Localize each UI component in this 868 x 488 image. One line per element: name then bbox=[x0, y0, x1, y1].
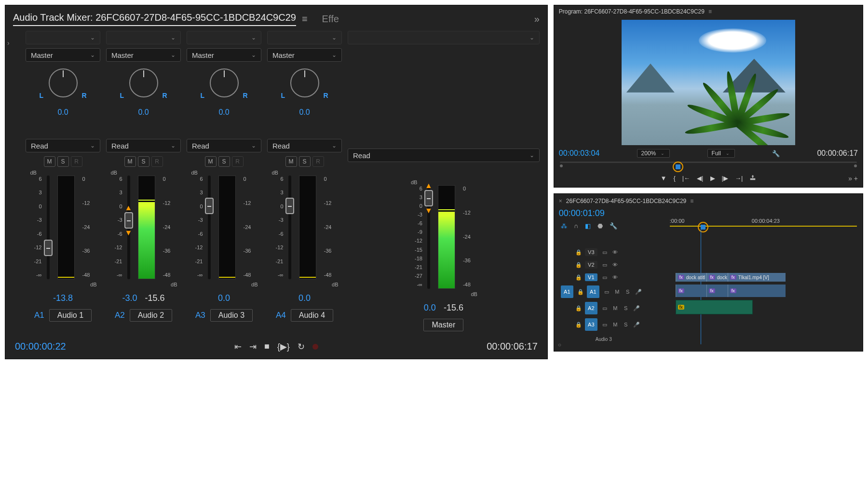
program-playhead[interactable] bbox=[673, 162, 680, 169]
fader-handle[interactable] bbox=[285, 198, 294, 214]
track-header-a1[interactable]: A1 bbox=[587, 285, 599, 298]
solo-toggle[interactable]: S bbox=[57, 156, 69, 167]
track-name-input[interactable]: Audio 3 bbox=[210, 309, 253, 322]
pan-knob[interactable]: LR bbox=[207, 68, 241, 102]
track-header-a3[interactable]: A3 bbox=[585, 318, 597, 331]
toggle-output-icon[interactable]: ▭ bbox=[603, 289, 610, 295]
track-name-input[interactable]: Audio 1 bbox=[49, 309, 92, 322]
pan-value[interactable]: 0.0 bbox=[138, 108, 149, 117]
automation-mode-dropdown[interactable]: Read⌄ bbox=[187, 139, 261, 152]
mute-toggle[interactable]: M bbox=[124, 156, 136, 167]
mute-toggle[interactable]: M bbox=[205, 156, 217, 167]
panel-menu-icon[interactable]: ≡ bbox=[302, 14, 308, 25]
go-to-in-icon[interactable]: |← bbox=[682, 175, 690, 182]
toggle-output-icon[interactable]: ▭ bbox=[601, 249, 608, 256]
lock-icon[interactable]: 🔒 bbox=[577, 289, 583, 295]
source-patch-a1[interactable]: A1 bbox=[561, 285, 573, 298]
record-enable-toggle[interactable]: R bbox=[151, 156, 163, 167]
send-assign-dropdown[interactable]: ⌄ bbox=[348, 31, 540, 44]
track-name-input[interactable]: Master bbox=[423, 319, 463, 331]
lock-icon[interactable]: 🔒 bbox=[575, 274, 581, 281]
video-clip[interactable]: fxdock atitl bbox=[676, 273, 706, 282]
output-assign-dropdown[interactable]: Master⌄ bbox=[187, 48, 261, 62]
audio-clip[interactable]: fx bbox=[706, 285, 728, 297]
eye-icon[interactable]: 👁 bbox=[612, 274, 619, 280]
snap-icon[interactable]: ∩ bbox=[574, 222, 578, 230]
fader-handle[interactable] bbox=[205, 198, 214, 214]
lock-icon[interactable]: 🔒 bbox=[575, 305, 581, 312]
eye-icon[interactable]: 👁 bbox=[612, 249, 619, 255]
timecode-current[interactable]: 00:00:00:22 bbox=[15, 341, 66, 352]
fader-rail[interactable] bbox=[288, 176, 291, 279]
send-assign-dropdown[interactable]: ⌄ bbox=[187, 31, 261, 44]
mute-toggle[interactable]: M bbox=[44, 156, 55, 167]
automation-mode-dropdown[interactable]: Read⌄ bbox=[267, 139, 342, 152]
eye-icon[interactable]: 👁 bbox=[612, 262, 619, 268]
mute-toggle[interactable]: M bbox=[614, 289, 621, 295]
sequence-title[interactable]: 26FC6607-27D8-4F65-95CC-1BDCB24C9C29 bbox=[566, 198, 686, 204]
fader-value[interactable]: 0.0 bbox=[298, 293, 311, 303]
lift-icon[interactable] bbox=[749, 174, 756, 182]
program-title[interactable]: Program: 26FC6607-27D8-4F65-95CC-1BDCB24… bbox=[559, 8, 705, 15]
solo-toggle[interactable]: S bbox=[623, 322, 629, 327]
mute-toggle[interactable]: M bbox=[285, 156, 297, 167]
solo-toggle[interactable]: S bbox=[138, 156, 149, 167]
pan-value[interactable]: 0.0 bbox=[57, 108, 68, 117]
send-assign-dropdown[interactable]: ⌄ bbox=[26, 31, 100, 44]
output-assign-dropdown[interactable]: Master⌄ bbox=[267, 48, 342, 62]
play-in-out-icon[interactable]: {▶} bbox=[277, 341, 290, 352]
go-to-out-icon[interactable]: →| bbox=[735, 175, 743, 182]
output-assign-dropdown[interactable]: Master⌄ bbox=[106, 48, 181, 62]
voiceover-mic-icon[interactable]: 🎤 bbox=[633, 322, 640, 328]
fader-value[interactable]: 0.0 bbox=[218, 293, 230, 303]
fader-rail[interactable] bbox=[47, 176, 50, 279]
lock-icon[interactable]: 🔒 bbox=[575, 262, 581, 268]
fader-value[interactable]: -13.8 bbox=[53, 293, 73, 303]
program-timecode-duration[interactable]: 00:00:06:17 bbox=[817, 149, 858, 158]
track-header-v2[interactable]: V2 bbox=[585, 261, 597, 269]
audio-clip[interactable]: fx bbox=[728, 285, 786, 297]
track-header-a2[interactable]: A2 bbox=[585, 302, 597, 314]
toggle-output-icon[interactable]: ▭ bbox=[601, 262, 608, 268]
record-enable-toggle[interactable]: R bbox=[71, 156, 82, 167]
send-assign-dropdown[interactable]: ⌄ bbox=[106, 31, 181, 44]
automation-mode-dropdown[interactable]: Read⌄ bbox=[26, 139, 100, 152]
program-video[interactable] bbox=[622, 20, 795, 145]
record-enable-toggle[interactable]: R bbox=[312, 156, 324, 167]
voiceover-mic-icon[interactable]: 🎤 bbox=[635, 289, 642, 295]
fader-handle[interactable] bbox=[44, 240, 53, 256]
settings-wrench-icon[interactable]: 🔧 bbox=[772, 150, 780, 157]
play-icon[interactable]: ▶ bbox=[710, 175, 715, 182]
toggle-output-icon[interactable]: ▭ bbox=[601, 322, 608, 328]
video-clip[interactable]: fxdock bbox=[706, 273, 728, 282]
pan-knob[interactable]: LR bbox=[127, 68, 161, 102]
lock-icon[interactable]: 🔒 bbox=[575, 322, 581, 328]
time-ruler[interactable]: :00:00 00:00:04:23 bbox=[670, 220, 857, 229]
nest-icon[interactable]: ⁂ bbox=[561, 222, 567, 230]
marker-icon[interactable]: ⬣ bbox=[597, 222, 603, 230]
solo-toggle[interactable]: S bbox=[218, 156, 230, 167]
go-to-in-icon[interactable]: ⇤ bbox=[234, 341, 242, 352]
timeline-menu-icon[interactable]: ≡ bbox=[690, 198, 693, 204]
timeline-timecode[interactable]: 00:00:01:09 bbox=[559, 208, 858, 218]
mark-in-icon[interactable]: { bbox=[673, 175, 675, 182]
pan-knob[interactable]: LR bbox=[46, 68, 80, 102]
record-enable-toggle[interactable]: R bbox=[232, 156, 244, 167]
pan-value[interactable]: 0.0 bbox=[218, 108, 229, 117]
audio-clip[interactable]: fx bbox=[676, 285, 706, 297]
panel-title[interactable]: Audio Track Mixer: 26FC6607-27D8-4F65-95… bbox=[13, 12, 296, 26]
fader-rail[interactable] bbox=[208, 176, 211, 279]
automation-mode-dropdown[interactable]: Read⌄ bbox=[106, 139, 181, 152]
lock-icon[interactable]: 🔒 bbox=[575, 249, 581, 256]
linked-selection-icon[interactable]: ◧ bbox=[585, 222, 591, 230]
track-header-v3[interactable]: V3 bbox=[585, 248, 597, 256]
voiceover-mic-icon[interactable]: 🎤 bbox=[633, 305, 640, 312]
go-to-out-icon[interactable]: ⇥ bbox=[249, 341, 257, 352]
output-assign-dropdown[interactable]: Master⌄ bbox=[26, 48, 100, 62]
record-icon[interactable] bbox=[312, 344, 318, 350]
solo-toggle[interactable]: S bbox=[624, 289, 631, 295]
close-tab-icon[interactable]: × bbox=[559, 198, 562, 204]
button-editor-icon[interactable]: » + bbox=[848, 175, 858, 182]
add-marker-icon[interactable]: ▼ bbox=[661, 175, 667, 182]
pan-knob[interactable]: LR bbox=[288, 68, 322, 102]
